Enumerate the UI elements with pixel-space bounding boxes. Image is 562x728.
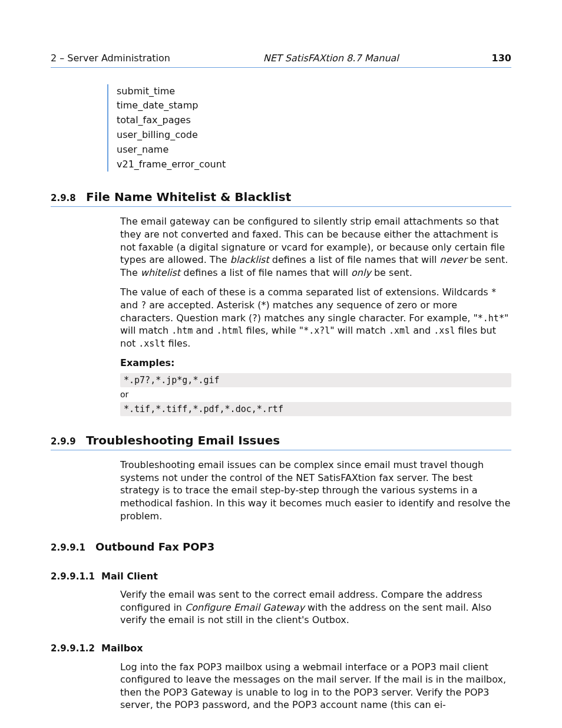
field-item: user_billing_code (117, 128, 511, 143)
code-example: *.p7?,*.jp*g,*.gif (120, 373, 511, 387)
paragraph: Verify the email was sent to the correct… (120, 588, 511, 627)
section-heading-299: 2.9.9 Troubleshooting Email Issues (51, 433, 511, 450)
inline-code: *.ht* (478, 313, 504, 324)
text: " will match (330, 325, 389, 336)
section-number: 2.9.8 (51, 192, 86, 204)
page: 2 – Server Administration NET SatisFAXti… (0, 0, 562, 728)
subsubsection-number: 2.9.9.1.2 (51, 643, 101, 654)
inline-code: *.x?l (303, 325, 330, 336)
paragraph: Log into the fax POP3 mailbox using a we… (120, 661, 511, 711)
subsection-number: 2.9.9.1 (51, 542, 95, 554)
italic-term: blacklist (230, 254, 269, 265)
header-page-number: 130 (492, 52, 511, 65)
text: and (120, 299, 141, 311)
section-29911-body: Verify the email was sent to the correct… (120, 588, 511, 627)
inline-code: .xml (389, 325, 410, 336)
text: files, while " (243, 325, 303, 336)
field-item: v21_frame_error_count (117, 157, 511, 172)
inline-code: ? (141, 300, 146, 311)
paragraph: The value of each of these is a comma se… (120, 286, 511, 350)
examples-label: Examples: (120, 357, 511, 370)
text: defines a list of file names that will (180, 267, 351, 278)
section-29912-body: Log into the fax POP3 mailbox using a we… (120, 661, 511, 711)
paragraph: The email gateway can be configured to s… (120, 215, 511, 279)
subsubsection-heading-29912: 2.9.9.1.2 Mailbox (51, 642, 511, 655)
field-item: submit_time (117, 84, 511, 99)
section-title: File Name Whitelist & Blacklist (86, 189, 291, 205)
field-name-list: submit_time time_date_stamp total_fax_pa… (107, 84, 511, 172)
section-heading-298: 2.9.8 File Name Whitelist & Blacklist (51, 189, 511, 207)
text: files. (165, 338, 190, 349)
section-number: 2.9.9 (51, 436, 86, 447)
text: defines a list of file names that will (269, 254, 440, 265)
subsection-title: Outbound Fax POP3 (95, 540, 214, 554)
subsubsection-title: Mail Client (101, 570, 158, 583)
field-item: user_name (117, 143, 511, 157)
section-title: Troubleshooting Email Issues (86, 433, 280, 449)
field-item: time_date_stamp (117, 98, 511, 113)
section-298-body: The email gateway can be configured to s… (120, 215, 511, 416)
text: and (193, 325, 216, 336)
text: are accepted. Asterisk (*) matches any s… (120, 299, 478, 324)
subsubsection-heading-29911: 2.9.9.1.1 Mail Client (51, 570, 511, 583)
running-header: 2 – Server Administration NET SatisFAXti… (51, 52, 511, 68)
italic-term: Configure Email Gateway (185, 602, 305, 613)
header-section-label: 2 – Server Administration (51, 52, 170, 65)
inline-code: .xslt (138, 338, 165, 349)
or-separator: or (120, 389, 511, 400)
italic-term: never (440, 254, 467, 265)
text: and (410, 325, 434, 336)
inline-code: .htm (171, 325, 193, 336)
inline-code: * (491, 287, 497, 298)
subsubsection-number: 2.9.9.1.1 (51, 571, 101, 582)
code-example: *.tif,*.tiff,*.pdf,*.doc,*.rtf (120, 402, 511, 416)
subsection-heading-2991: 2.9.9.1 Outbound Fax POP3 (51, 540, 511, 554)
text: be sent. (371, 267, 412, 278)
inline-code: .xsl (434, 325, 455, 336)
inline-code: .html (217, 325, 243, 336)
italic-term: whitelist (141, 267, 180, 278)
paragraph: Troubleshooting email issues can be comp… (120, 459, 511, 522)
section-299-body: Troubleshooting email issues can be comp… (120, 459, 511, 522)
subsubsection-title: Mailbox (101, 642, 143, 655)
header-manual-title: NET SatisFAXtion 8.7 Manual (170, 52, 492, 65)
text: The value of each of these is a comma se… (120, 286, 491, 298)
field-item: total_fax_pages (117, 113, 511, 128)
italic-term: only (351, 267, 371, 278)
